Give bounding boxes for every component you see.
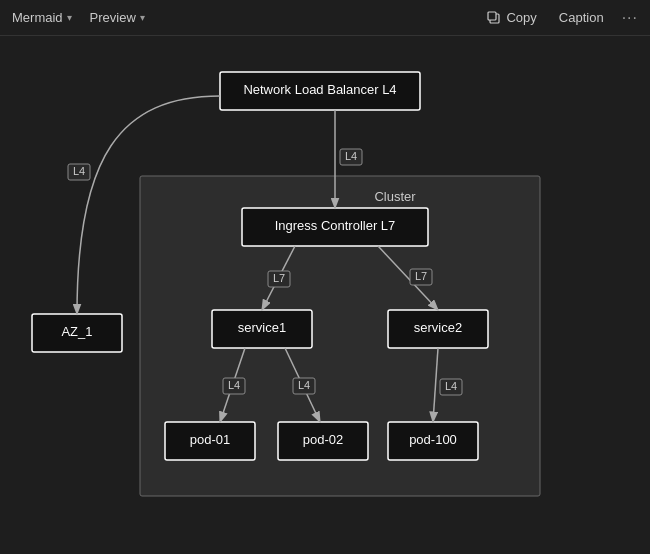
service1-label: service1	[238, 320, 286, 335]
more-button[interactable]: ···	[622, 9, 638, 27]
pod01-label: pod-01	[190, 432, 230, 447]
preview-menu[interactable]: Preview ▾	[90, 10, 145, 25]
edge-label-l4-s1left: L4	[228, 379, 240, 391]
copy-button[interactable]: Copy	[483, 8, 540, 27]
pod100-label: pod-100	[409, 432, 457, 447]
edge-label-l7-right: L7	[415, 270, 427, 282]
nlb-label: Network Load Balancer L4	[243, 82, 396, 97]
pod02-label: pod-02	[303, 432, 343, 447]
edge-label-l4-s1right: L4	[298, 379, 310, 391]
caption-label: Caption	[559, 10, 604, 25]
edge-label-l4-left: L4	[73, 165, 85, 177]
topbar-left: Mermaid ▾ Preview ▾	[12, 10, 145, 25]
az1-label: AZ_1	[61, 324, 92, 339]
copy-label: Copy	[506, 10, 536, 25]
service2-label: service2	[414, 320, 462, 335]
edge-label-l4-s2: L4	[445, 380, 457, 392]
mermaid-label: Mermaid	[12, 10, 63, 25]
mermaid-chevron: ▾	[67, 12, 72, 23]
mermaid-menu[interactable]: Mermaid ▾	[12, 10, 72, 25]
diagram-svg: Cluster Network Load Balancer L4 AZ_1 In…	[0, 36, 650, 554]
ingress-label: Ingress Controller L7	[275, 218, 396, 233]
preview-label: Preview	[90, 10, 136, 25]
edge-label-l7-left: L7	[273, 272, 285, 284]
diagram-area: Cluster Network Load Balancer L4 AZ_1 In…	[0, 36, 650, 554]
preview-chevron: ▾	[140, 12, 145, 23]
topbar: Mermaid ▾ Preview ▾ Copy Caption ···	[0, 0, 650, 36]
cluster-label: Cluster	[374, 189, 416, 204]
copy-icon	[487, 11, 501, 25]
edge-label-l4-right: L4	[345, 150, 357, 162]
topbar-right: Copy Caption ···	[483, 8, 638, 27]
caption-button[interactable]: Caption	[555, 8, 608, 27]
svg-rect-1	[488, 12, 496, 20]
